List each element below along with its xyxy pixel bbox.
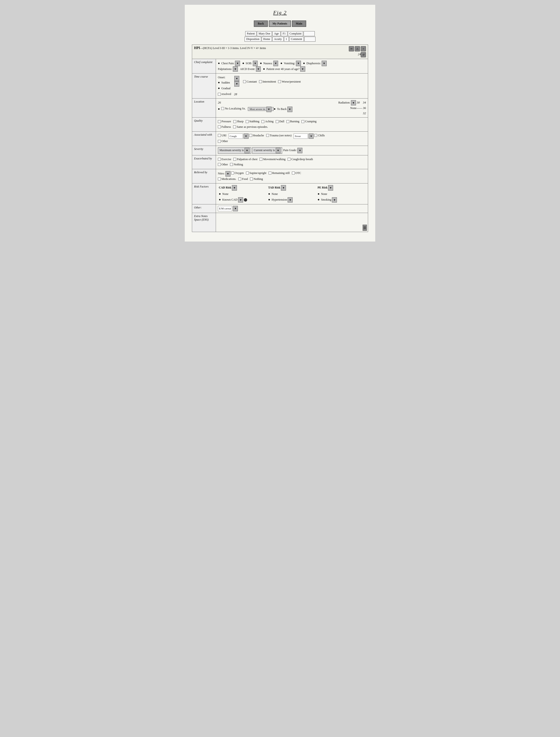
uri-cb[interactable] [218, 134, 221, 137]
no-localizing-item: No Localizing Sx. [221, 106, 246, 111]
palpation-cb[interactable] [233, 158, 236, 161]
list-icon[interactable]: ≡ [361, 46, 366, 51]
fever-input[interactable]: Fever [294, 134, 308, 139]
hpi-icons: ✏ ⚠ ≡ ↺ [349, 46, 366, 57]
tad-dd[interactable]: ▼ [281, 185, 286, 191]
cur-sev-dd[interactable]: ▼ [276, 148, 281, 153]
nothing-rel-cb[interactable] [250, 178, 253, 180]
sharp-cb[interactable] [233, 120, 236, 123]
chills-cb[interactable] [314, 134, 317, 137]
remaining-cb[interactable] [269, 172, 271, 175]
onset-dd-top: ▼ [234, 76, 239, 81]
chest-pain-dd[interactable]: ▼ [235, 61, 240, 66]
cough-input[interactable]: Cough [229, 134, 243, 139]
complaint-label: Complaint [288, 31, 303, 36]
figure-title: Fig 2 [192, 10, 368, 16]
cramping-cb[interactable] [301, 120, 304, 123]
main-button[interactable]: Main [292, 20, 306, 27]
burning-cb[interactable] [286, 120, 289, 123]
no-loc-cb[interactable] [221, 107, 224, 110]
loc-nums: 32 [328, 111, 366, 116]
other-assoc-item: Other [218, 139, 228, 144]
oxygen-cb[interactable] [231, 172, 234, 175]
htn-dd[interactable]: ▼ [288, 197, 293, 203]
associated-with-label: Associated with [192, 131, 216, 146]
other-exac-cb[interactable] [218, 163, 221, 166]
trauma-cb[interactable] [266, 134, 269, 137]
food-cb[interactable] [238, 178, 241, 180]
headache-cb[interactable] [249, 134, 252, 137]
otc-item: OTC [292, 171, 301, 175]
medications-cb[interactable] [218, 178, 221, 180]
exercise-cb[interactable] [218, 158, 221, 161]
pen-icon[interactable]: ✏ [349, 46, 354, 51]
movement-cb[interactable] [260, 158, 262, 161]
nausea-dd[interactable]: ▼ [273, 61, 278, 66]
scroll-line-2 [364, 228, 366, 228]
max-sev-dd[interactable]: ▼ [245, 148, 250, 153]
fever-dd[interactable]: ▼ [309, 134, 314, 139]
known-cad-dd[interactable]: ▼ [238, 197, 243, 203]
pe-none: ● None [318, 191, 365, 197]
my-patients-button[interactable]: My Patients [269, 20, 291, 27]
fullness-cb[interactable] [218, 125, 221, 128]
nitro-dd[interactable]: ▼ [225, 171, 230, 177]
intermittent-cb[interactable] [259, 80, 262, 83]
back-button[interactable]: Back [254, 20, 268, 27]
onset-dd2[interactable]: ▼ [234, 81, 239, 87]
nothing-exac-cb[interactable] [230, 163, 233, 166]
vomiting-dd[interactable]: ▼ [296, 61, 301, 66]
patient-info: Patient Mary Doe Age F1 Complaint Dispos… [192, 31, 368, 42]
constant-cb[interactable] [243, 80, 246, 83]
none-row: None—— 36 [328, 105, 366, 111]
risk-header-row: CAD Risk ▼ TAD Risk ▼ PE Risk ▼ [218, 185, 366, 191]
exac-line1: Exercise Palpation of chest Movement/wal… [218, 157, 366, 162]
aicd-dd[interactable]: ▼ [256, 66, 261, 72]
otc-cb[interactable] [292, 172, 295, 175]
worse-cb[interactable] [278, 80, 281, 83]
chest-pain-item: Chest Pain: ▼ [221, 61, 240, 66]
icon-row-2: ↺ [361, 52, 366, 57]
oxygen-item: Oxygen [231, 171, 244, 175]
disposition-value: Home [262, 37, 272, 42]
comment-label: Comment [289, 37, 304, 42]
nav-bar: Back My Patients Main [192, 20, 368, 27]
refresh-icon[interactable]: ↺ [361, 52, 366, 57]
diaphoresis-dd[interactable]: ▼ [322, 61, 327, 66]
palpitations-dd[interactable]: ▼ [233, 66, 238, 72]
uri-item: URI [218, 133, 226, 138]
severity-label: Severity [192, 146, 216, 155]
smoking-dd[interactable]: ▼ [332, 197, 337, 203]
tad-header: TAD Risk ▼ [267, 185, 316, 191]
over40-dd[interactable]: ▼ [300, 66, 305, 72]
resolved-cb[interactable] [218, 93, 221, 96]
radiation-dd[interactable]: ▼ [351, 100, 356, 106]
cough-deep-cb[interactable] [288, 158, 290, 161]
cad-dd[interactable]: ▼ [232, 185, 237, 191]
pressure-cb[interactable] [218, 120, 221, 123]
to-back-dd[interactable]: ▼ [287, 107, 292, 112]
scroll-bar[interactable] [363, 225, 367, 231]
supine-cb[interactable] [246, 172, 249, 175]
onset-dd1[interactable]: ▼ [234, 76, 239, 81]
aching-cb[interactable] [261, 120, 264, 123]
max-severity-box: Maximum severity is ▼ [218, 147, 251, 154]
time-course-content: Onset: ● Sudden ● Gradual ▼ ▼ [216, 73, 368, 98]
bullet-3: ● [260, 61, 262, 65]
most-severe-dd[interactable]: ▼ [266, 107, 271, 112]
em-caveat-input[interactable]: E/M caveat [218, 206, 232, 211]
em-caveat-dd[interactable]: ▼ [233, 206, 238, 211]
pe-dd[interactable]: ▼ [328, 185, 333, 191]
other-assoc-cb[interactable] [218, 140, 221, 143]
dull-cb[interactable] [276, 120, 279, 123]
sob-dd[interactable]: ▼ [253, 61, 258, 66]
risk-factors-label: Risk Factors [192, 184, 216, 205]
acuity-label: Acuity [272, 37, 284, 42]
cough-dd[interactable]: ▼ [244, 134, 249, 139]
pain-grade-dd[interactable]: ▼ [297, 148, 302, 153]
diaphoresis-item: Diaphoresis: ▼ [306, 61, 327, 66]
same-cb[interactable] [233, 125, 236, 128]
bullet-2: ● [242, 61, 244, 65]
alert-icon[interactable]: ⚠ [355, 46, 360, 51]
stabbing-cb[interactable] [246, 120, 249, 123]
